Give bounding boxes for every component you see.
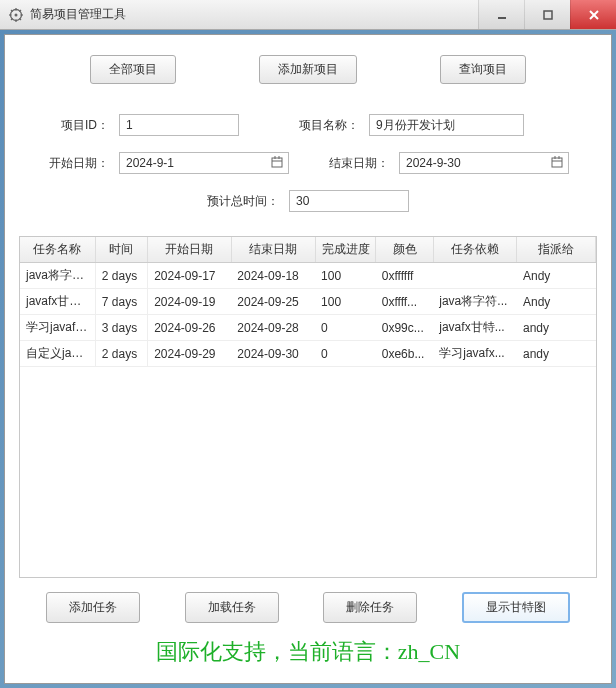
- table-cell: 3 days: [95, 315, 147, 341]
- table-cell: andy: [517, 341, 596, 367]
- table-cell: 100: [315, 263, 376, 289]
- column-header[interactable]: 指派给: [517, 237, 596, 263]
- column-header[interactable]: 任务依赖: [433, 237, 517, 263]
- table-cell: 2024-09-25: [231, 289, 315, 315]
- top-buttons: 全部项目 添加新项目 查询项目: [19, 49, 597, 104]
- minimize-button[interactable]: [478, 0, 524, 29]
- table-row[interactable]: javafx甘特...7 days2024-09-192024-09-25100…: [20, 289, 596, 315]
- table-cell: java将字符...: [433, 289, 517, 315]
- svg-point-1: [15, 13, 18, 16]
- all-projects-button[interactable]: 全部项目: [90, 55, 176, 84]
- show-gantt-button[interactable]: 显示甘特图: [462, 592, 570, 623]
- table-cell: 0: [315, 341, 376, 367]
- table-cell: javafx甘特...: [20, 289, 95, 315]
- end-date-label: 结束日期：: [309, 155, 389, 172]
- table-cell: 2 days: [95, 263, 147, 289]
- titlebar: 简易项目管理工具: [0, 0, 616, 30]
- table-cell: andy: [517, 315, 596, 341]
- table-cell: 自定义java...: [20, 341, 95, 367]
- column-header[interactable]: 任务名称: [20, 237, 95, 263]
- load-task-button[interactable]: 加载任务: [185, 592, 279, 623]
- column-header[interactable]: 颜色: [376, 237, 434, 263]
- project-id-label: 项目ID：: [29, 117, 109, 134]
- start-date-label: 开始日期：: [29, 155, 109, 172]
- column-header[interactable]: 完成进度: [315, 237, 376, 263]
- table-cell: Andy: [517, 289, 596, 315]
- table-cell: 2024-09-19: [148, 289, 232, 315]
- table-row[interactable]: 学习javafx...3 days2024-09-262024-09-2800x…: [20, 315, 596, 341]
- table-cell: 2024-09-26: [148, 315, 232, 341]
- delete-task-button[interactable]: 删除任务: [323, 592, 417, 623]
- table-cell: 2024-09-17: [148, 263, 232, 289]
- table-cell: 0: [315, 315, 376, 341]
- table-cell: 100: [315, 289, 376, 315]
- add-new-project-button[interactable]: 添加新项目: [259, 55, 357, 84]
- window-title: 简易项目管理工具: [30, 6, 478, 23]
- table-cell: 0xe6b...: [376, 341, 434, 367]
- table-cell: 学习javafx...: [20, 315, 95, 341]
- table-cell: javafx甘特...: [433, 315, 517, 341]
- query-project-button[interactable]: 查询项目: [440, 55, 526, 84]
- column-header[interactable]: 时间: [95, 237, 147, 263]
- app-icon: [8, 7, 24, 23]
- table-cell: Andy: [517, 263, 596, 289]
- project-name-input[interactable]: [369, 114, 524, 136]
- maximize-button[interactable]: [524, 0, 570, 29]
- table-cell: 学习javafx...: [433, 341, 517, 367]
- task-table[interactable]: 任务名称时间开始日期结束日期完成进度颜色任务依赖指派给 java将字符...2 …: [19, 236, 597, 578]
- est-total-label: 预计总时间：: [207, 193, 279, 210]
- start-date-input[interactable]: [119, 152, 289, 174]
- project-name-label: 项目名称：: [279, 117, 359, 134]
- bottom-buttons: 添加任务 加载任务 删除任务 显示甘特图: [19, 578, 597, 627]
- est-total-input[interactable]: [289, 190, 409, 212]
- table-row[interactable]: java将字符...2 days2024-09-172024-09-181000…: [20, 263, 596, 289]
- table-cell: 2024-09-18: [231, 263, 315, 289]
- table-cell: 2024-09-29: [148, 341, 232, 367]
- footer-text: 国际化支持，当前语言：zh_CN: [19, 627, 597, 669]
- table-cell: 2 days: [95, 341, 147, 367]
- window-body: 全部项目 添加新项目 查询项目 项目ID： 项目名称： 开始日期： 结束日期：: [4, 34, 612, 684]
- table-cell: java将字符...: [20, 263, 95, 289]
- project-id-input[interactable]: [119, 114, 239, 136]
- column-header[interactable]: 结束日期: [231, 237, 315, 263]
- end-date-input[interactable]: [399, 152, 569, 174]
- column-header[interactable]: 开始日期: [148, 237, 232, 263]
- table-cell: [433, 263, 517, 289]
- svg-rect-11: [544, 11, 552, 19]
- close-button[interactable]: [570, 0, 616, 29]
- add-task-button[interactable]: 添加任务: [46, 592, 140, 623]
- table-cell: 0xffffff: [376, 263, 434, 289]
- table-cell: 2024-09-30: [231, 341, 315, 367]
- table-cell: 0x99c...: [376, 315, 434, 341]
- table-cell: 0xffff...: [376, 289, 434, 315]
- table-row[interactable]: 自定义java...2 days2024-09-292024-09-3000xe…: [20, 341, 596, 367]
- table-cell: 7 days: [95, 289, 147, 315]
- window-controls: [478, 0, 616, 29]
- table-cell: 2024-09-28: [231, 315, 315, 341]
- form-area: 项目ID： 项目名称： 开始日期： 结束日期： 预计总时间：: [19, 104, 597, 232]
